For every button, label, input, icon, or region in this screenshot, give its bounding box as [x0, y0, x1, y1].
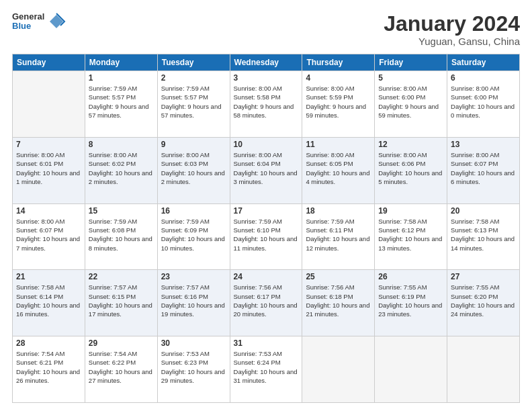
- calendar-day-cell: 30Sunrise: 7:53 AMSunset: 6:23 PMDayligh…: [157, 336, 230, 403]
- calendar-day-cell: 9Sunrise: 8:00 AMSunset: 6:03 PMDaylight…: [157, 137, 230, 203]
- calendar-day-cell: 2Sunrise: 7:59 AMSunset: 5:57 PMDaylight…: [157, 71, 230, 138]
- daylight-text: Daylight: 10 hours and 8 minutes.: [89, 235, 152, 251]
- sunrise-text: Sunrise: 7:58 AM: [451, 218, 499, 225]
- calendar-day-cell: 31Sunrise: 7:53 AMSunset: 6:24 PMDayligh…: [230, 336, 302, 403]
- daylight-text: Daylight: 10 hours and 17 minutes.: [89, 302, 152, 318]
- daylight-text: Daylight: 10 hours and 6 minutes.: [451, 169, 515, 185]
- sunset-text: Sunset: 6:01 PM: [16, 160, 63, 167]
- calendar-header-saturday: Saturday: [447, 54, 520, 71]
- day-number: 4: [306, 73, 371, 83]
- daylight-text: Daylight: 10 hours and 13 minutes.: [378, 235, 442, 251]
- calendar-day-cell: 11Sunrise: 8:00 AMSunset: 6:05 PMDayligh…: [302, 137, 375, 203]
- daylight-text: Daylight: 9 hours and 58 minutes.: [234, 103, 294, 119]
- day-number: 12: [378, 140, 443, 149]
- sunrise-text: Sunrise: 8:00 AM: [306, 151, 354, 158]
- day-number: 16: [161, 206, 226, 216]
- calendar-week-row: 21Sunrise: 7:58 AMSunset: 6:14 PMDayligh…: [13, 270, 520, 336]
- calendar-day-cell: 20Sunrise: 7:58 AMSunset: 6:13 PMDayligh…: [447, 203, 520, 270]
- calendar-header-sunday: Sunday: [13, 54, 85, 71]
- daylight-text: Daylight: 10 hours and 21 minutes.: [306, 302, 369, 318]
- daylight-text: Daylight: 10 hours and 11 minutes.: [234, 235, 298, 251]
- daylight-text: Daylight: 10 hours and 23 minutes.: [378, 302, 442, 318]
- day-info: Sunrise: 7:59 AMSunset: 5:57 PMDaylight:…: [89, 84, 154, 120]
- sunset-text: Sunset: 6:00 PM: [378, 93, 425, 101]
- calendar-day-cell: 16Sunrise: 7:59 AMSunset: 6:09 PMDayligh…: [157, 203, 230, 270]
- sunrise-text: Sunrise: 7:59 AM: [234, 218, 282, 225]
- sunrise-text: Sunrise: 8:00 AM: [16, 218, 64, 225]
- calendar-day-cell: [447, 336, 520, 403]
- daylight-text: Daylight: 9 hours and 57 minutes.: [161, 103, 222, 119]
- calendar-day-cell: 12Sunrise: 8:00 AMSunset: 6:06 PMDayligh…: [375, 137, 447, 203]
- calendar-table: SundayMondayTuesdayWednesdayThursdayFrid…: [12, 54, 520, 403]
- day-info: Sunrise: 7:53 AMSunset: 6:24 PMDaylight:…: [234, 349, 299, 385]
- sunset-text: Sunset: 6:19 PM: [378, 293, 425, 300]
- calendar-day-cell: 23Sunrise: 7:57 AMSunset: 6:16 PMDayligh…: [157, 270, 230, 336]
- sunrise-text: Sunrise: 7:54 AM: [89, 350, 137, 357]
- page: General Blue January 2024 Yuguan, Gansu,…: [0, 0, 532, 411]
- day-info: Sunrise: 8:00 AMSunset: 6:01 PMDaylight:…: [16, 150, 81, 186]
- sunrise-text: Sunrise: 8:00 AM: [234, 85, 282, 92]
- day-number: 18: [306, 206, 371, 216]
- sunrise-text: Sunrise: 7:59 AM: [161, 85, 210, 92]
- daylight-text: Daylight: 9 hours and 59 minutes.: [306, 103, 366, 119]
- daylight-text: Daylight: 10 hours and 7 minutes.: [16, 235, 80, 251]
- day-number: 7: [16, 140, 81, 149]
- day-number: 31: [234, 338, 299, 348]
- calendar-header-thursday: Thursday: [302, 54, 375, 71]
- day-info: Sunrise: 7:59 AMSunset: 6:11 PMDaylight:…: [306, 217, 371, 253]
- daylight-text: Daylight: 10 hours and 0 minutes.: [451, 103, 515, 119]
- calendar-week-row: 1Sunrise: 7:59 AMSunset: 5:57 PMDaylight…: [13, 71, 520, 138]
- sunset-text: Sunset: 6:16 PM: [161, 293, 208, 300]
- calendar-day-cell: 14Sunrise: 8:00 AMSunset: 6:07 PMDayligh…: [13, 203, 85, 270]
- calendar-day-cell: [375, 336, 447, 403]
- sunset-text: Sunset: 6:07 PM: [16, 226, 63, 234]
- day-info: Sunrise: 8:00 AMSunset: 5:59 PMDaylight:…: [306, 84, 371, 120]
- day-number: 20: [451, 206, 516, 216]
- calendar-header-tuesday: Tuesday: [157, 54, 230, 71]
- calendar-day-cell: 28Sunrise: 7:54 AMSunset: 6:21 PMDayligh…: [13, 336, 85, 403]
- sunset-text: Sunset: 6:24 PM: [234, 359, 281, 366]
- sunrise-text: Sunrise: 8:00 AM: [451, 151, 499, 158]
- logo-blue: Blue: [12, 21, 44, 31]
- sunset-text: Sunset: 5:57 PM: [161, 93, 208, 101]
- day-info: Sunrise: 8:00 AMSunset: 6:04 PMDaylight:…: [234, 150, 299, 186]
- day-info: Sunrise: 8:00 AMSunset: 6:02 PMDaylight:…: [89, 150, 154, 186]
- day-info: Sunrise: 7:59 AMSunset: 6:08 PMDaylight:…: [89, 217, 154, 253]
- day-number: 29: [89, 338, 154, 348]
- sunrise-text: Sunrise: 8:00 AM: [378, 85, 427, 92]
- calendar-day-cell: 13Sunrise: 8:00 AMSunset: 6:07 PMDayligh…: [447, 137, 520, 203]
- page-subtitle: Yuguan, Gansu, China: [384, 36, 520, 47]
- page-title: January 2024: [384, 12, 520, 36]
- day-info: Sunrise: 8:00 AMSunset: 6:00 PMDaylight:…: [451, 84, 516, 120]
- logo-icon: [47, 12, 66, 31]
- sunset-text: Sunset: 6:09 PM: [161, 226, 208, 234]
- calendar-day-cell: 24Sunrise: 7:56 AMSunset: 6:17 PMDayligh…: [230, 270, 302, 336]
- day-info: Sunrise: 7:58 AMSunset: 6:12 PMDaylight:…: [378, 217, 443, 253]
- sunset-text: Sunset: 6:06 PM: [378, 160, 425, 167]
- daylight-text: Daylight: 10 hours and 5 minutes.: [378, 169, 442, 185]
- sunrise-text: Sunrise: 7:57 AM: [161, 283, 210, 291]
- sunset-text: Sunset: 6:15 PM: [89, 293, 136, 300]
- calendar-day-cell: 5Sunrise: 8:00 AMSunset: 6:00 PMDaylight…: [375, 71, 447, 138]
- calendar-header-wednesday: Wednesday: [230, 54, 302, 71]
- sunrise-text: Sunrise: 7:57 AM: [89, 283, 137, 291]
- daylight-text: Daylight: 10 hours and 2 minutes.: [89, 169, 152, 185]
- sunset-text: Sunset: 6:00 PM: [451, 93, 498, 101]
- day-info: Sunrise: 7:55 AMSunset: 6:20 PMDaylight:…: [451, 283, 516, 318]
- calendar-day-cell: 3Sunrise: 8:00 AMSunset: 5:58 PMDaylight…: [230, 71, 302, 138]
- sunset-text: Sunset: 6:20 PM: [451, 293, 498, 300]
- day-info: Sunrise: 8:00 AMSunset: 6:07 PMDaylight:…: [451, 150, 516, 186]
- day-number: 17: [234, 206, 299, 216]
- day-info: Sunrise: 8:00 AMSunset: 6:07 PMDaylight:…: [16, 217, 81, 253]
- calendar-day-cell: [13, 71, 85, 138]
- sunrise-text: Sunrise: 8:00 AM: [306, 85, 354, 92]
- day-number: 22: [89, 272, 154, 281]
- day-number: 10: [234, 140, 299, 149]
- daylight-text: Daylight: 10 hours and 29 minutes.: [161, 368, 225, 384]
- calendar-day-cell: 26Sunrise: 7:55 AMSunset: 6:19 PMDayligh…: [375, 270, 447, 336]
- daylight-text: Daylight: 10 hours and 16 minutes.: [16, 302, 80, 318]
- day-number: 13: [451, 140, 516, 149]
- daylight-text: Daylight: 9 hours and 59 minutes.: [378, 103, 439, 119]
- calendar-day-cell: 6Sunrise: 8:00 AMSunset: 6:00 PMDaylight…: [447, 71, 520, 138]
- daylight-text: Daylight: 10 hours and 1 minute.: [16, 169, 80, 185]
